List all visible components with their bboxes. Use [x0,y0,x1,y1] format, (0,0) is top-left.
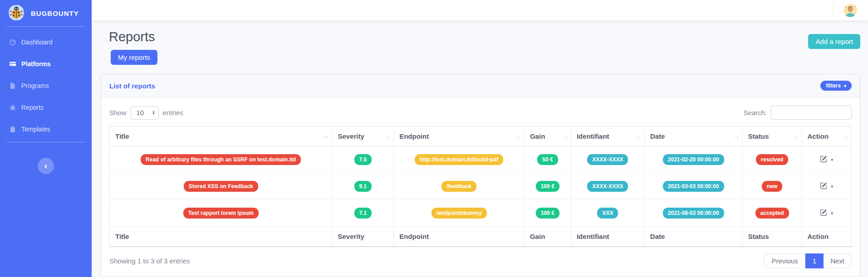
status-badge: resolved [756,154,788,165]
page-header: Reports Add a report [101,29,860,50]
endpoint-badge: http://test.domain.tld/build-pdf [415,154,503,165]
sidebar-item-reports[interactable]: Reports [0,97,92,118]
clipboard-icon [9,126,16,133]
showing-entries-text: Showing 1 to 3 of 3 entries [109,257,190,265]
severity-badge: 9.1 [354,181,372,192]
pagination-previous-button[interactable]: Previous [764,253,805,268]
status-badge: accepted [755,208,789,219]
brand-name: BUGBOUNTY [31,10,79,17]
table-row: Stored XSS on Feedback 9.1 /feedback 100… [110,173,852,200]
page-length-control: Show 10 ▴▾ entries [109,106,183,120]
column-header-endpoint[interactable]: Endpoint↑↓ [394,126,525,146]
edit-report-button[interactable]: ▾ [820,209,834,218]
page-length-value: 10 [137,109,144,117]
title-badge: Stored XSS on Feedback [184,181,258,192]
date-badge: 2021-03-03 00:00:00 [663,181,724,192]
footer-column-severity: Severity [332,227,394,247]
sort-icon: ↑↓ [637,134,641,139]
footer-column-title: Title [110,227,333,247]
sidebar-item-templates[interactable]: Templates [0,118,92,140]
title-badge: Test rapport lorem ipsum [183,208,259,219]
topbar-divider [833,4,834,17]
column-header-identifiant[interactable]: Identifiant↑↓ [571,126,644,146]
card-icon [9,60,16,68]
footer-column-action: Action [802,227,852,247]
sidebar-item-label: Dashboard [21,39,53,46]
select-arrows-icon: ▴▾ [153,111,155,115]
edit-pencil-icon [820,155,828,164]
chevron-down-icon: ▾ [844,83,846,88]
edit-pencil-icon [820,209,828,218]
pagination-page-1-button[interactable]: 1 [805,253,824,268]
sidebar-item-platforms[interactable]: Platforms [0,53,92,75]
bug-icon [9,104,16,111]
table-row: Read of arbitrary files through an SSRF … [110,146,852,173]
column-header-gain[interactable]: Gain↑↓ [524,126,571,146]
user-avatar[interactable] [843,4,857,17]
footer-column-endpoint: Endpoint [394,227,525,247]
pagination: Previous 1 Next [764,253,852,268]
tachometer-icon [9,39,16,46]
column-header-action[interactable]: Action↑↓ [802,126,852,146]
identifiant-badge: XXXX-XXXX [587,181,628,192]
gain-badge: 100 € [536,181,559,192]
filters-button[interactable]: filters ▾ [820,81,852,91]
sidebar: BUGBOUNTY Dashboard Platform [0,0,92,277]
add-report-button[interactable]: Add a report [808,34,860,49]
app-root: BUGBOUNTY Dashboard Platform [0,0,868,277]
date-badge: 2021-08-03 00:00:00 [663,208,724,219]
sort-icon: ↑↓ [563,134,567,139]
pagination-next-button[interactable]: Next [824,253,852,268]
sort-icon: ↑↓ [324,134,329,139]
edit-pencil-icon [820,182,828,191]
edit-report-button[interactable]: ▾ [820,182,834,191]
card-title: List of reports [109,82,155,90]
sort-icon: ↑↓ [843,134,848,139]
chevron-down-icon: ▾ [831,210,834,216]
column-header-date[interactable]: Date↑↓ [644,126,742,146]
table-controls: Show 10 ▴▾ entries Search: [109,106,852,120]
chevron-down-icon: ▾ [831,184,834,190]
sidebar-divider-bottom [6,142,85,142]
entries-label: entries [163,109,183,117]
my-reports-button[interactable]: My reports [111,50,157,65]
chevron-down-icon: ▾ [831,157,834,163]
sidebar-item-label: Platforms [21,60,51,68]
ladybug-logo-icon [6,3,26,24]
sidebar-item-dashboard[interactable]: Dashboard [0,31,92,53]
table-header-row: Title↑↓ Severity↑↓ Endpoint↑↓ Gain↑↓ Ide… [110,126,852,146]
status-badge: new [762,181,782,192]
table-row: Test rapport lorem ipsum 7.1 /endpoint/d… [110,200,852,227]
footer-column-gain: Gain [524,227,571,247]
footer-column-identifiant: Identifiant [571,227,644,247]
brand[interactable]: BUGBOUNTY [0,0,92,26]
reports-table: Title↑↓ Severity↑↓ Endpoint↑↓ Gain↑↓ Ide… [109,126,852,247]
sidebar-item-label: Reports [21,104,44,111]
column-header-title[interactable]: Title↑↓ [110,126,333,146]
sidebar-item-programs[interactable]: Programs [0,75,92,97]
page-length-select[interactable]: 10 ▴▾ [131,106,159,120]
title-badge: Read of arbitrary files through an SSRF … [141,154,301,165]
identifiant-badge: XXX [597,208,618,219]
card-header: List of reports filters ▾ [101,74,860,97]
search-input[interactable] [771,106,852,120]
endpoint-badge: /endpoint/dummy [432,208,487,219]
sort-icon: ↑↓ [735,134,739,139]
edit-report-button[interactable]: ▾ [820,155,834,164]
sidebar-collapse-area: ‹ [0,148,92,174]
sort-icon: ↑↓ [794,134,798,139]
column-header-severity[interactable]: Severity↑↓ [332,126,394,146]
severity-badge: 7.5 [354,154,372,165]
endpoint-badge: /feedback [441,181,476,192]
column-header-status[interactable]: Status↑↓ [742,126,802,146]
search-label: Search: [743,109,767,117]
sidebar-collapse-button[interactable]: ‹ [38,158,54,174]
identifiant-badge: XXXX-XXXX [587,154,628,165]
severity-badge: 7.1 [354,208,372,219]
topbar [92,0,868,20]
sidebar-item-label: Templates [21,126,50,133]
sort-icon: ↑↓ [386,134,390,139]
gain-badge: 50 € [537,154,558,165]
reports-card: List of reports filters ▾ Show 10 [101,74,860,277]
search-control: Search: [743,106,852,120]
